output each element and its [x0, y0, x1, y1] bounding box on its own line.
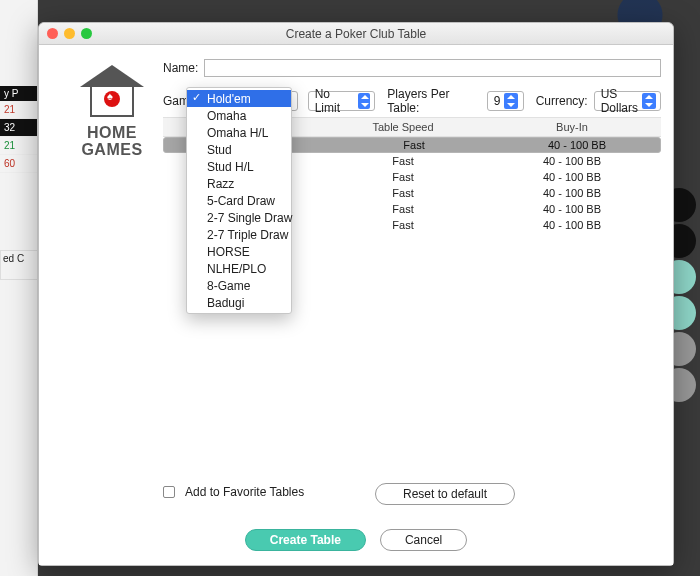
dropdown-item-label: Hold'em	[207, 92, 251, 106]
dialog-window: Create a Poker Club Table HOME GAMES Nam…	[38, 22, 674, 566]
dropdown-item[interactable]: Stud	[187, 141, 291, 158]
logo-text-1: HOME	[57, 125, 167, 142]
dropdown-item[interactable]: Omaha	[187, 107, 291, 124]
game-dropdown[interactable]: ✓Hold'emOmahaOmaha H/LStudStud H/LRazz5-…	[186, 87, 292, 314]
cancel-button[interactable]: Cancel	[380, 529, 467, 551]
dropdown-item[interactable]: 2-7 Single Draw	[187, 209, 291, 226]
create-button-label: Create Table	[270, 533, 341, 547]
window-title: Create a Poker Club Table	[286, 27, 427, 41]
currency-select-value: US Dollars	[601, 87, 638, 115]
dropdown-item-label: Razz	[207, 177, 234, 191]
minimize-icon[interactable]	[64, 28, 75, 39]
cancel-button-label: Cancel	[405, 533, 442, 547]
limit-select[interactable]: No Limit	[308, 91, 376, 111]
cell-speed: Fast	[323, 171, 483, 183]
reset-button[interactable]: Reset to default	[375, 483, 515, 505]
ppt-label: Players Per Table:	[387, 87, 480, 115]
dropdown-item-label: 8-Game	[207, 279, 250, 293]
currency-select[interactable]: US Dollars	[594, 91, 661, 111]
chevron-updown-icon	[504, 93, 518, 109]
dropdown-item[interactable]: 2-7 Triple Draw	[187, 226, 291, 243]
dropdown-item[interactable]: 5-Card Draw	[187, 192, 291, 209]
dropdown-item-label: 5-Card Draw	[207, 194, 275, 208]
name-row: Name:	[163, 59, 661, 77]
background-sidebar: y P 21 32 21 60	[0, 0, 38, 576]
chevron-updown-icon	[358, 93, 370, 109]
logo-icon	[80, 65, 144, 119]
dropdown-item-label: Stud H/L	[207, 160, 254, 174]
favorite-checkbox[interactable]	[163, 486, 175, 498]
dropdown-item-label: 2-7 Triple Draw	[207, 228, 288, 242]
bg-side-row: 21	[0, 101, 37, 119]
dropdown-item[interactable]: Razz	[187, 175, 291, 192]
ppt-select-value: 9	[494, 94, 501, 108]
currency-label: Currency:	[536, 94, 588, 108]
bg-side-heading: y P	[0, 86, 37, 101]
cell-speed: Fast	[323, 187, 483, 199]
dropdown-item[interactable]: ✓Hold'em	[187, 90, 291, 107]
name-input[interactable]	[204, 59, 661, 77]
bg-side-row: 60	[0, 155, 37, 173]
dropdown-item[interactable]: NLHE/PLO	[187, 260, 291, 277]
dropdown-item[interactable]: 8-Game	[187, 277, 291, 294]
window-controls	[47, 28, 92, 39]
cell-speed: Fast	[323, 219, 483, 231]
titlebar: Create a Poker Club Table	[39, 23, 673, 45]
dropdown-item-label: 2-7 Single Draw	[207, 211, 292, 225]
favorite-row: Add to Favorite Tables	[163, 485, 304, 499]
chevron-updown-icon	[642, 93, 656, 109]
cell-speed: Fast	[323, 155, 483, 167]
dropdown-item-label: Stud	[207, 143, 232, 157]
create-table-button[interactable]: Create Table	[245, 529, 366, 551]
reset-button-label: Reset to default	[403, 487, 487, 501]
dropdown-item-label: Omaha H/L	[207, 126, 268, 140]
limit-select-value: No Limit	[315, 87, 354, 115]
dropdown-item-label: Omaha	[207, 109, 246, 123]
col-buyin: Buy-In	[483, 121, 661, 133]
dropdown-item[interactable]: HORSE	[187, 243, 291, 260]
check-icon: ✓	[192, 91, 201, 104]
dropdown-item[interactable]: Stud H/L	[187, 158, 291, 175]
cell-buyin: 40 - 100 BB	[483, 219, 661, 231]
bg-side-row: 32	[0, 119, 37, 137]
ppt-select[interactable]: 9	[487, 91, 524, 111]
cell-buyin: 40 - 100 BB	[483, 171, 661, 183]
logo-text-2: GAMES	[57, 142, 167, 159]
cell-buyin: 40 - 100 BB	[483, 187, 661, 199]
footer: Add to Favorite Tables Reset to default …	[39, 479, 673, 565]
dropdown-item[interactable]: Omaha H/L	[187, 124, 291, 141]
close-icon[interactable]	[47, 28, 58, 39]
home-games-logo: HOME GAMES	[57, 65, 167, 159]
dropdown-item-label: NLHE/PLO	[207, 262, 266, 276]
favorite-label: Add to Favorite Tables	[185, 485, 304, 499]
dropdown-item[interactable]: Badugi	[187, 294, 291, 311]
action-buttons: Create Table Cancel	[39, 529, 673, 551]
cell-speed: Fast	[334, 139, 494, 151]
cell-speed: Fast	[323, 203, 483, 215]
bg-side-row: 21	[0, 137, 37, 155]
dialog-content: HOME GAMES Name: Game: Hold'em No Limit …	[39, 45, 673, 565]
col-speed: Table Speed	[323, 121, 483, 133]
cell-buyin: 40 - 100 BB	[498, 139, 656, 151]
bg-side-tab: ed C	[0, 250, 38, 280]
dropdown-item-label: HORSE	[207, 245, 250, 259]
cell-buyin: 40 - 100 BB	[483, 155, 661, 167]
name-label: Name:	[163, 61, 198, 75]
dropdown-item-label: Badugi	[207, 296, 244, 310]
zoom-icon[interactable]	[81, 28, 92, 39]
cell-buyin: 40 - 100 BB	[483, 203, 661, 215]
